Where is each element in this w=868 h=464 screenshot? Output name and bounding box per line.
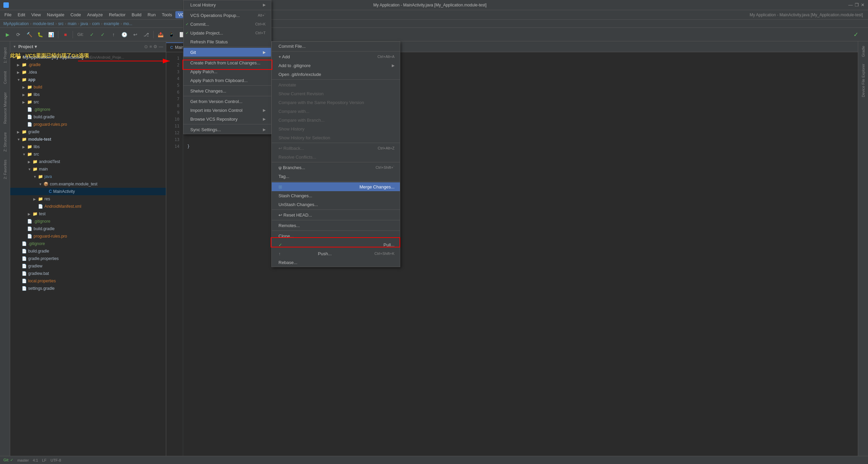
vcs-git[interactable]: Git ▶ xyxy=(184,48,271,57)
sync-button[interactable]: ⟳ xyxy=(14,30,23,39)
tree-item-app-src[interactable]: ▶ 📁 src xyxy=(10,98,166,106)
tree-item-buildgradle-root[interactable]: ▶ 📄 build.gradle xyxy=(10,247,166,255)
menu-build[interactable]: Build xyxy=(129,11,144,18)
tree-item-gradle-root[interactable]: ▶ 📁 .gradle xyxy=(10,61,166,68)
git-merge[interactable]: ✓ xyxy=(98,30,108,39)
tree-item-mainactivity[interactable]: ▶ C MainActivity xyxy=(10,188,166,195)
vcs-local-history[interactable]: Local History ▶ xyxy=(184,0,271,9)
tree-item-proguard2[interactable]: ▶ 📄 proguard-rules.pro xyxy=(10,233,166,240)
git-push[interactable]: ↑ Push... Ctrl+Shift+K xyxy=(272,249,400,258)
menu-file[interactable]: File xyxy=(2,11,14,18)
breadcrumb-main[interactable]: main xyxy=(67,21,76,26)
git-branch[interactable]: ⎇ xyxy=(141,30,151,39)
tree-item-settingsgradle[interactable]: ▶ 📄 settings.gradle xyxy=(10,285,166,292)
tree-item-module-libs[interactable]: ▶ 📁 libs xyxy=(10,143,166,150)
maximize-button[interactable]: ❐ xyxy=(855,2,859,7)
vcs-create-patch[interactable]: Create Patch from Local Changes... xyxy=(184,58,271,67)
close-button[interactable]: ✕ xyxy=(861,2,865,7)
git-rebase[interactable]: Rebase... xyxy=(272,258,400,267)
debug-button[interactable]: 🐛 xyxy=(35,30,45,39)
git-remotes[interactable]: Remotes... xyxy=(272,221,400,230)
git-revert[interactable]: ↩ xyxy=(131,30,140,39)
git-clone[interactable]: Clone... xyxy=(272,231,400,240)
breadcrumb-app[interactable]: MyApplication xyxy=(3,21,29,26)
git-pull[interactable]: ✓ Pull... xyxy=(272,240,400,249)
tree-item-test[interactable]: ▶ 📁 test xyxy=(10,210,166,218)
run-button[interactable]: ▶ xyxy=(3,30,12,39)
tree-item-package[interactable]: ▼ 📦 com.example.module_test xyxy=(10,180,166,188)
tree-item-localprops[interactable]: ▶ 📄 local.properties xyxy=(10,277,166,285)
resource-manager-tab[interactable]: Resource Manager xyxy=(2,89,8,127)
stop-button[interactable]: ■ xyxy=(61,30,70,39)
git-check[interactable]: ✓ xyxy=(87,30,97,39)
tree-item-proguard1[interactable]: ▶ 📄 proguard-rules.pro xyxy=(10,121,166,128)
menu-tools[interactable]: Tools xyxy=(159,11,175,18)
menu-edit[interactable]: Edit xyxy=(15,11,28,18)
menu-run[interactable]: Run xyxy=(145,11,158,18)
git-commit-file[interactable]: Commit File... xyxy=(272,42,400,51)
vcs-refresh-file-status[interactable]: Refresh File Status xyxy=(184,37,271,46)
git-stash-changes[interactable]: Stash Changes... xyxy=(272,191,400,200)
tree-item-gitignore1[interactable]: ▶ 📄 .gitignore xyxy=(10,106,166,113)
menu-view[interactable]: View xyxy=(28,11,43,18)
device-button[interactable]: 📱 xyxy=(167,30,176,39)
share-button[interactable]: 📤 xyxy=(156,30,166,39)
menu-code[interactable]: Code xyxy=(68,11,84,18)
tree-item-root[interactable]: ▼ 📁 MyApplication [My Application] D:\En… xyxy=(10,54,166,61)
menu-navigate[interactable]: Navigate xyxy=(44,11,67,18)
tree-item-app[interactable]: ▼ 📁 app xyxy=(10,76,166,83)
tree-item-idea[interactable]: ▶ 📁 .idea xyxy=(10,68,166,76)
breadcrumb-java[interactable]: java xyxy=(80,21,88,26)
git-tag[interactable]: Tag... xyxy=(272,172,400,181)
structure-tab[interactable]: Z: Structure xyxy=(2,129,8,154)
tree-item-gradleprops[interactable]: ▶ 📄 gradle.properties xyxy=(10,255,166,262)
window-controls[interactable]: — ❐ ✕ xyxy=(848,2,865,7)
vcs-update-project[interactable]: ✓ Update Project... Ctrl+T xyxy=(184,28,271,37)
device-explorer-tab[interactable]: Device File Explorer xyxy=(861,61,866,100)
menu-refactor[interactable]: Refactor xyxy=(106,11,128,18)
build-button[interactable]: 🔨 xyxy=(24,30,34,39)
vcs-sync-settings[interactable]: Sync Settings... ▶ xyxy=(184,125,271,134)
gradle-tab[interactable]: Gradle xyxy=(861,43,866,60)
git-push[interactable]: ↑ xyxy=(109,30,118,39)
tree-item-main[interactable]: ▼ 📁 main xyxy=(10,165,166,173)
breadcrumb-module[interactable]: module-test xyxy=(33,21,54,26)
tree-item-gitignore-root[interactable]: ▶ 📄 .gitignore xyxy=(10,240,166,247)
profile-button[interactable]: 📊 xyxy=(46,30,56,39)
tree-item-manifest[interactable]: ▶ 📄 AndroidManifest.xml xyxy=(10,203,166,210)
tree-item-module-test[interactable]: ▼ 📁 module-test xyxy=(10,136,166,143)
breadcrumb-com[interactable]: com xyxy=(92,21,100,26)
minimize-panel-icon[interactable]: — xyxy=(159,44,163,49)
git-add-to-gitignore[interactable]: Add to .gitignore ▶ xyxy=(272,61,400,70)
gear-icon[interactable]: ⚙ xyxy=(153,44,157,49)
menu-analyze[interactable]: Analyze xyxy=(84,11,105,18)
breadcrumb-mo[interactable]: mo... xyxy=(123,21,132,26)
vcs-commit[interactable]: ✓ Commit... Ctrl+K xyxy=(184,20,271,28)
tree-item-build[interactable]: ▶ 📁 build xyxy=(10,83,166,91)
expand-icon[interactable]: ≡ xyxy=(149,44,152,49)
tree-item-buildgradle1[interactable]: ▶ 📄 build.gradle xyxy=(10,113,166,121)
minimize-button[interactable]: — xyxy=(848,2,853,7)
git-reset-head[interactable]: ↩ Reset HEAD... xyxy=(272,210,400,219)
tree-item-androidtest[interactable]: ▶ 📁 androidTest xyxy=(10,158,166,165)
git-history[interactable]: 🕐 xyxy=(120,30,129,39)
git-merge-changes[interactable]: ⊞ Merge Changes... xyxy=(272,182,400,191)
vcs-browse-vcs-repo[interactable]: Browse VCS Repository ▶ xyxy=(184,115,271,123)
project-tab[interactable]: 1: Project xyxy=(2,45,8,66)
tree-item-module-src[interactable]: ▼ 📁 src xyxy=(10,150,166,158)
tree-item-res[interactable]: ▶ 📁 res xyxy=(10,195,166,203)
git-unstash-changes[interactable]: UnStash Changes... xyxy=(272,200,400,209)
vcs-apply-patch[interactable]: Apply Patch... xyxy=(184,67,271,76)
git-open-git-info-exclude[interactable]: Open .git/info/exclude xyxy=(272,70,400,79)
tree-item-gradlew[interactable]: ▶ 📄 gradlew xyxy=(10,262,166,270)
vcs-operations-popup[interactable]: VCS Operations Popup... Alt+` xyxy=(184,11,271,20)
tree-item-gradle[interactable]: ▶ 📁 gradle xyxy=(10,128,166,136)
commit-tab[interactable]: Commit xyxy=(2,68,8,87)
breadcrumb-example[interactable]: example xyxy=(104,21,119,26)
breadcrumb-src[interactable]: src xyxy=(58,21,63,26)
tree-item-gradlewbat[interactable]: ▶ 📄 gradlew.bat xyxy=(10,270,166,277)
vcs-import-into-vcs[interactable]: Import into Version Control ▶ xyxy=(184,106,271,115)
git-add[interactable]: + Add Ctrl+Alt+A xyxy=(272,52,400,61)
tree-item-app-libs[interactable]: ▶ 📁 libs xyxy=(10,91,166,98)
vcs-shelve-changes[interactable]: Shelve Changes... xyxy=(184,86,271,95)
